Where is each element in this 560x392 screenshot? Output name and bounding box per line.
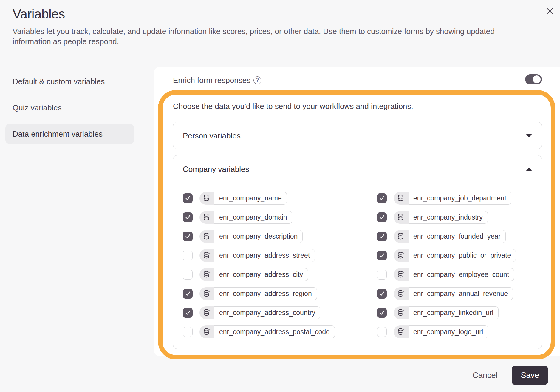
check-icon — [379, 252, 385, 259]
page-title: Variables — [13, 7, 65, 21]
variable-chip: enr_company_address_street — [199, 249, 315, 262]
toggle-knob — [533, 75, 541, 83]
variable-checkbox[interactable] — [183, 270, 193, 280]
variable-row: enr_company_job_department — [377, 189, 542, 208]
variable-checkbox[interactable] — [183, 212, 193, 222]
section-title: Company variables — [183, 165, 249, 174]
variable-checkbox[interactable] — [183, 193, 193, 203]
company-variables-section: Company variables enr_company_name — [173, 155, 542, 349]
company-variables-grid: enr_company_name enr_company_domain — [173, 183, 542, 349]
variable-checkbox[interactable] — [377, 308, 387, 318]
variable-checkbox[interactable] — [183, 308, 193, 318]
variable-row: enr_company_description — [183, 227, 363, 246]
help-icon[interactable]: ? — [253, 76, 261, 84]
database-sparkle-icon — [199, 325, 214, 338]
database-sparkle-icon — [394, 325, 409, 338]
close-button[interactable] — [544, 6, 555, 17]
variable-row: enr_company_linkedin_url — [377, 303, 542, 322]
variable-checkbox[interactable] — [377, 232, 387, 241]
variable-row: enr_company_public_or_private — [377, 246, 542, 265]
variable-chip: enr_company_address_postal_code — [199, 325, 335, 338]
check-icon — [379, 233, 385, 240]
variable-checkbox[interactable] — [377, 193, 387, 203]
variable-row: enr_company_address_country — [183, 303, 363, 322]
enrich-form-responses-label: Enrich form responses — [173, 76, 250, 85]
check-icon — [379, 290, 385, 297]
database-sparkle-icon — [394, 192, 409, 205]
variable-name: enr_company_address_country — [214, 306, 320, 319]
variable-chip: enr_company_address_region — [199, 287, 317, 300]
variable-name: enr_company_job_department — [409, 192, 511, 205]
chevron-down-icon — [526, 134, 532, 138]
variable-chip: enr_company_employee_count — [394, 268, 514, 281]
variable-row: enr_company_logo_url — [377, 322, 542, 341]
variable-chip: enr_company_founded_year — [394, 230, 506, 243]
variable-checkbox[interactable] — [183, 232, 193, 241]
sidebar-item-label: Default & custom variables — [13, 77, 105, 86]
variable-chip: enr_company_address_city — [199, 268, 308, 281]
person-variables-section: Person variables — [173, 122, 542, 149]
data-enrichment-panel: Enrich form responses ? Choose the data … — [154, 67, 560, 356]
variable-chip: enr_company_name — [199, 192, 287, 205]
sidebar-item-quiz-variables[interactable]: Quiz variables — [5, 97, 134, 118]
instruction-text: Choose the data you'd like to send to yo… — [173, 102, 413, 111]
variable-name: enr_company_address_city — [214, 268, 308, 281]
database-sparkle-icon — [199, 211, 214, 224]
variable-row: enr_company_address_postal_code — [183, 322, 363, 341]
variables-sidebar: Default & custom variables Quiz variable… — [5, 71, 134, 150]
variable-row: enr_company_annual_revenue — [377, 284, 542, 303]
variable-checkbox[interactable] — [377, 212, 387, 222]
variable-row: enr_company_name — [183, 189, 363, 208]
variable-checkbox[interactable] — [183, 289, 193, 299]
variable-checkbox[interactable] — [377, 289, 387, 299]
variable-name: enr_company_address_postal_code — [214, 325, 335, 338]
cancel-button[interactable]: Cancel — [472, 371, 497, 380]
variable-row: enr_company_address_region — [183, 284, 363, 303]
sidebar-item-data-enrichment-variables[interactable]: Data enrichment variables — [5, 124, 134, 144]
variable-chip: enr_company_industry — [394, 211, 488, 224]
variable-name: enr_company_domain — [214, 211, 292, 224]
variable-checkbox[interactable] — [183, 251, 193, 260]
variable-row: enr_company_address_street — [183, 246, 363, 265]
check-icon — [185, 195, 191, 201]
database-sparkle-icon — [199, 230, 214, 243]
database-sparkle-icon — [199, 287, 214, 300]
variable-chip: enr_company_address_country — [199, 306, 320, 319]
sidebar-item-default-custom-variables[interactable]: Default & custom variables — [5, 71, 134, 92]
database-sparkle-icon — [394, 287, 409, 300]
save-button[interactable]: Save — [512, 366, 548, 385]
variable-checkbox[interactable] — [377, 251, 387, 260]
variables-column-right: enr_company_job_department enr_company_i… — [363, 189, 542, 341]
person-variables-header[interactable]: Person variables — [173, 122, 542, 149]
variable-chip: enr_company_linkedin_url — [394, 306, 499, 319]
variable-name: enr_company_public_or_private — [409, 249, 516, 262]
check-icon — [379, 195, 385, 201]
variable-row: enr_company_domain — [183, 208, 363, 227]
variable-checkbox[interactable] — [183, 327, 193, 337]
database-sparkle-icon — [394, 306, 409, 319]
company-variables-header[interactable]: Company variables — [173, 155, 542, 183]
check-icon — [185, 214, 191, 220]
sidebar-item-label: Data enrichment variables — [13, 129, 103, 139]
variable-checkbox[interactable] — [377, 327, 387, 337]
close-icon — [545, 7, 554, 16]
variable-name: enr_company_description — [214, 230, 303, 243]
variable-name: enr_company_annual_revenue — [409, 287, 513, 300]
variable-name: enr_company_linkedin_url — [409, 306, 499, 319]
section-title: Person variables — [183, 131, 241, 141]
variable-row: enr_company_founded_year — [377, 227, 542, 246]
variable-chip: enr_company_job_department — [394, 192, 511, 205]
variable-row: enr_company_employee_count — [377, 265, 542, 284]
chevron-up-icon — [526, 167, 532, 171]
database-sparkle-icon — [199, 306, 214, 319]
variable-row: enr_company_industry — [377, 208, 542, 227]
database-sparkle-icon — [199, 192, 214, 205]
sidebar-item-label: Quiz variables — [13, 103, 62, 112]
database-sparkle-icon — [394, 268, 409, 281]
variable-checkbox[interactable] — [377, 270, 387, 280]
database-sparkle-icon — [199, 249, 214, 262]
variable-chip: enr_company_logo_url — [394, 325, 488, 338]
variable-name: enr_company_logo_url — [409, 325, 488, 338]
check-icon — [185, 309, 191, 316]
enrich-toggle[interactable] — [525, 74, 542, 84]
